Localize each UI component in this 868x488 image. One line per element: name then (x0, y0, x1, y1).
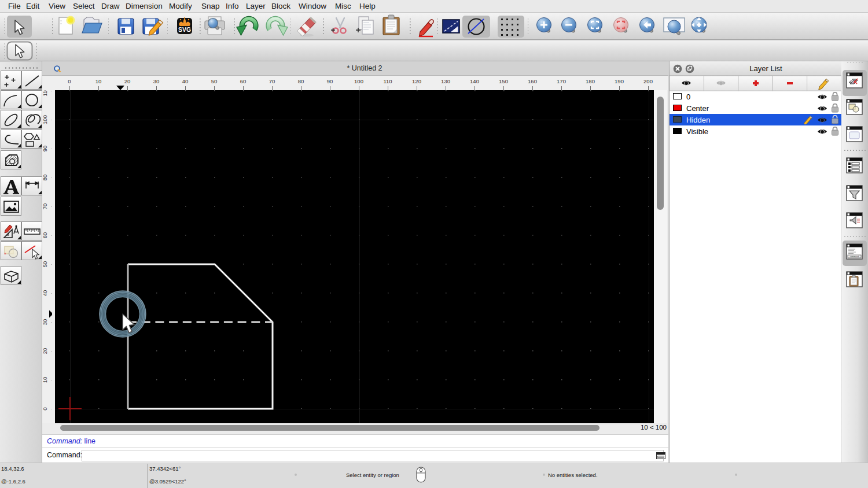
svg-text:30: 30 (153, 78, 160, 84)
svg-text:200: 200 (643, 78, 653, 84)
svg-text:70: 70 (269, 78, 275, 84)
svg-text:190: 190 (615, 78, 624, 84)
svg-text:30: 30 (42, 319, 48, 326)
svg-text:0: 0 (42, 407, 48, 410)
svg-text:20: 20 (124, 78, 131, 84)
svg-text:10: 10 (42, 377, 48, 383)
svg-text:60: 60 (240, 78, 247, 84)
svg-text:20: 20 (42, 348, 48, 354)
svg-text:110: 110 (42, 90, 48, 97)
svg-text:130: 130 (441, 78, 450, 84)
svg-text:40: 40 (182, 78, 189, 84)
svg-text:SVG: SVG (178, 26, 191, 33)
svg-text:80: 80 (42, 175, 48, 181)
svg-text:80: 80 (298, 78, 304, 84)
svg-text:50: 50 (42, 261, 48, 268)
svg-text:110: 110 (383, 78, 392, 84)
svg-text:50: 50 (211, 78, 218, 84)
svg-text:100: 100 (354, 78, 363, 84)
svg-text:120: 120 (412, 78, 421, 84)
svg-text:90: 90 (327, 78, 333, 84)
svg-text:100: 100 (42, 115, 48, 124)
svg-text:160: 160 (528, 78, 537, 84)
svg-text:60: 60 (42, 232, 48, 239)
svg-text:170: 170 (557, 78, 566, 84)
svg-text:90: 90 (42, 146, 48, 152)
svg-text:180: 180 (586, 78, 595, 84)
svg-text:command: command (850, 256, 859, 258)
svg-text:140: 140 (470, 78, 479, 84)
svg-text:70: 70 (42, 204, 48, 210)
svg-text:150: 150 (499, 78, 508, 84)
svg-text:0: 0 (68, 78, 71, 84)
svg-text:40: 40 (42, 290, 48, 297)
svg-text:10: 10 (95, 78, 102, 84)
